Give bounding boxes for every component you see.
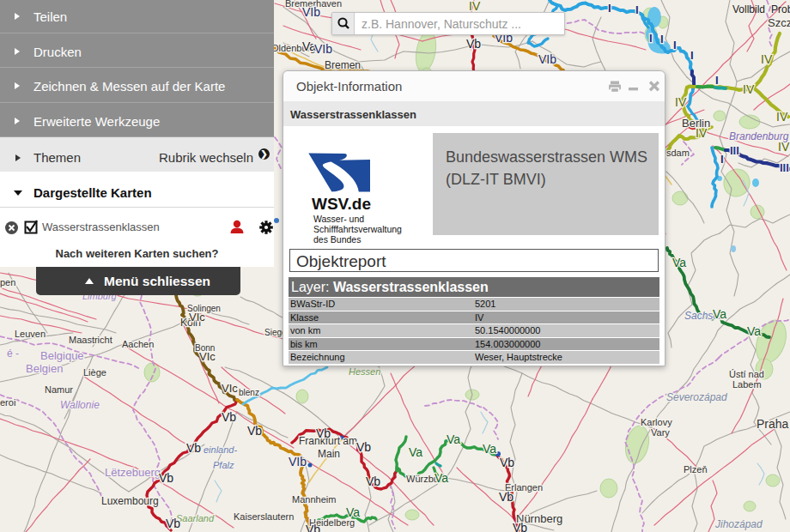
svg-text:Vb: Vb [356,440,371,454]
svg-text:VIb: VIb [289,455,307,469]
svg-text:Vb: Vb [513,521,527,532]
svg-text:Namur: Namur [45,384,73,395]
svg-text:I: I [660,33,664,45]
svg-text:Maastricht: Maastricht [69,335,112,345]
svg-text:Pfalz: Pfalz [213,460,234,470]
svg-text:Va: Va [346,505,360,519]
svg-text:Va: Va [409,445,422,459]
svg-text:IV: IV [761,52,773,66]
svg-text:Lëtzebuerg: Lëtzebuerg [105,466,161,479]
svg-text:einland-: einland- [204,444,237,455]
svg-text:VIb: VIb [538,52,556,66]
svg-text:eroi: eroi [0,397,15,408]
svg-text:I: I [635,3,639,16]
svg-text:VIb: VIb [302,5,320,19]
svg-text:I: I [715,74,719,87]
svg-text:I: I [608,2,611,15]
svg-text:I: I [673,39,677,51]
svg-text:Belgique: Belgique [40,349,84,362]
svg-text:Vb: Vb [466,37,481,51]
svg-text:Vb: Vb [222,410,236,424]
svg-text:Vb: Vb [247,424,262,438]
svg-text:Vb: Vb [159,471,173,485]
svg-text:IV: IV [696,126,708,140]
svg-text:Wallonie: Wallonie [60,399,100,411]
svg-text:I: I [649,32,653,45]
svg-text:Va: Va [447,432,460,446]
svg-text:Labem: Labem [732,379,762,390]
svg-text:Va: Va [713,307,726,321]
svg-text:Vb: Vb [306,523,320,532]
svg-text:III: III [780,161,789,174]
svg-text:IV: IV [776,110,788,124]
svg-text:I: I [690,49,694,62]
svg-text:Main: Main [318,448,340,460]
svg-text:I: I [720,153,724,166]
svg-text:Vb: Vb [186,441,201,455]
svg-text:VIc: VIc [189,311,205,323]
svg-text:Hessen: Hessen [349,366,380,377]
svg-text:Va: Va [672,256,686,269]
svg-text:VIb: VIb [314,42,332,56]
svg-text:Luxembourg: Luxembourg [101,495,159,507]
svg-text:Vb: Vb [166,517,180,530]
svg-text:Ústí nad: Ústí nad [729,369,764,379]
svg-text:pen: pen [0,277,15,287]
svg-text:Kaiserslautern: Kaiserslautern [234,511,294,522]
svg-text:Plzeň: Plzeň [684,464,708,475]
svg-text:IV: IV [743,82,755,96]
svg-text:Liège: Liège [83,367,106,378]
svg-text:Va: Va [747,324,761,338]
svg-text:Bremen: Bremen [325,59,361,71]
svg-text:IV: IV [778,140,790,154]
svg-text:Vb: Vb [500,456,514,469]
svg-text:VIc: VIc [222,382,238,395]
svg-text:IV: IV [675,95,687,109]
svg-text:Va: Va [434,471,448,485]
svg-text:blenz: blenz [239,388,259,397]
svg-text:Saarland: Saarland [176,513,215,523]
svg-text:VIc: VIc [199,350,216,363]
svg-text:Leuven: Leuven [15,329,46,339]
svg-text:Karlovy: Karlovy [641,417,672,427]
svg-text:III: III [730,144,739,157]
svg-text:Jihozápad: Jihozápad [714,518,763,530]
svg-text:Severozápad: Severozápad [666,391,727,403]
svg-text:é -: é - [7,348,19,360]
svg-text:Belgien: Belgien [26,362,63,375]
svg-text:Va: Va [483,442,496,456]
svg-text:IV: IV [469,0,481,13]
svg-text:sdam: sdam [666,148,690,158]
svg-text:Vb: Vb [366,475,380,488]
svg-text:Vb: Vb [499,490,514,504]
svg-text:Vb: Vb [316,426,331,440]
svg-text:Szczecin: Szczecin [768,16,790,29]
svg-text:Aachen: Aachen [122,339,154,349]
svg-text:Praha: Praha [757,417,789,431]
svg-text:Mannheim: Mannheim [292,494,336,505]
svg-text:Vary: Vary [651,427,670,438]
